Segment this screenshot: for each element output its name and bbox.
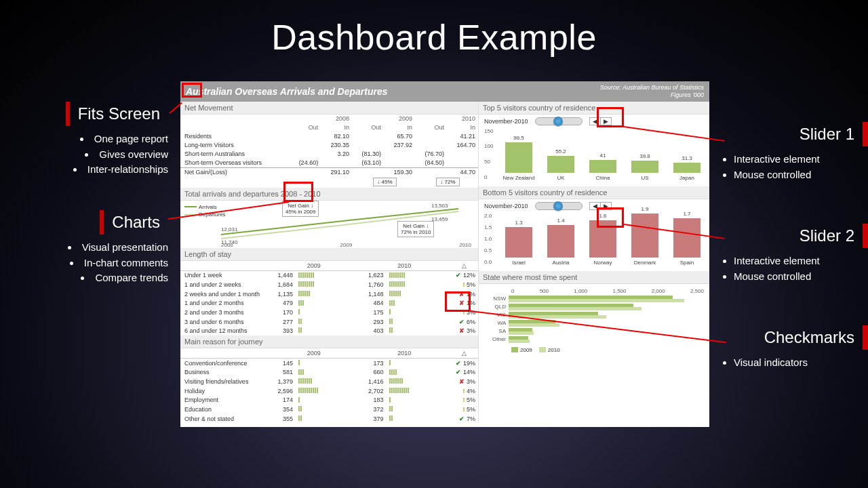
bullet-item: Interactive element — [734, 152, 868, 167]
table-row: 1 and under 2 weeks1,6841,760! 5% — [180, 280, 478, 289]
nav-buttons[interactable]: ◀▶ — [589, 202, 612, 210]
top5-chart: November-2010 ◀▶ 15010050098.5New Zealan… — [479, 115, 709, 186]
table-row: Under 1 week1,4481,623✔ 12% — [180, 270, 478, 280]
table-row: Holiday2,5962,702! 4% — [180, 386, 478, 396]
date-slider-2[interactable] — [535, 202, 583, 210]
bullet-item: One page report — [12, 131, 168, 147]
annotation-bullets: Visual presentationIn-chart commentsComp… — [12, 240, 168, 286]
table-row: Employment174183! 5% — [180, 395, 478, 405]
annotation-bullets: One page reportGives overviewInter-relat… — [12, 131, 168, 178]
annotation-charts: Charts Visual presentationIn-chart comme… — [12, 210, 168, 286]
table-row: Business581660✔ 14% — [180, 368, 478, 378]
length-of-stay-table: 20092010△ Under 1 week1,4481,623✔ 12%1 a… — [180, 261, 478, 336]
next-icon: ▶ — [600, 118, 611, 125]
prev-icon: ◀ — [590, 118, 600, 125]
section-heading-stay: Length of stay — [180, 248, 478, 261]
annotation-heading: Checkmarks — [712, 325, 868, 350]
pct-change-button[interactable]: ↓ 45% — [373, 178, 396, 186]
dashboard-header: Australian Overseas Arrivals and Departu… — [180, 81, 709, 102]
table-row: Residents82.1065.7041.21 — [180, 132, 478, 141]
annotation-checkmarks: Checkmarks Visual indicators — [712, 325, 868, 371]
pct-change-button[interactable]: ↓ 72% — [436, 178, 459, 186]
annotation-heading: Fits Screen — [66, 102, 168, 126]
table-row: 2 weeks and under 1 month1,1351,148✘ 1% — [180, 289, 478, 299]
table-row: Visiting friends/relatives1,3791,416✘ 3% — [180, 377, 478, 386]
chart-date: November-2010 — [484, 118, 528, 125]
bullet-item: Compare trends — [12, 270, 168, 286]
section-heading-state: State where most time spent — [479, 271, 709, 284]
bar-column: 1.3Israel — [502, 220, 536, 265]
bullet-item: Inter-relationships — [12, 162, 168, 178]
slider-thumb-icon[interactable] — [553, 201, 563, 211]
bar-column: 98.5New Zealand — [502, 135, 536, 181]
nav-buttons[interactable]: ◀▶ — [589, 117, 612, 125]
hbar-row: WA — [484, 320, 704, 327]
bullet-item: Mouse controlled — [734, 167, 868, 183]
bullet-item: In-chart comments — [12, 256, 168, 271]
state-chart: 05001,0001,5002,0002,500 NSWQLDVICWASAOt… — [479, 284, 709, 359]
slide-title: Dashboard Example — [0, 0, 868, 58]
table-row: 6 and under 12 months393403✘ 3% — [180, 326, 478, 336]
hbar-row: VIC — [484, 312, 704, 319]
slider-thumb-icon[interactable] — [553, 117, 563, 126]
prev-icon: ◀ — [590, 203, 600, 209]
bar-column: 55.2UK — [544, 148, 578, 181]
table-row: Short-term Overseas visitors(24.60)(63.1… — [180, 159, 478, 168]
net-movement-table: 200820092010 OutInOutInOutIn Residents82… — [180, 115, 478, 188]
bar-column: 1.6Norway — [586, 213, 620, 265]
svg-text:13,503: 13,503 — [431, 203, 448, 209]
annotation-heading: Slider 2 — [712, 224, 868, 248]
bar-column: 1.7Spain — [670, 211, 704, 266]
table-row: Long-term Visitors230.35237.92164.70 — [180, 141, 478, 150]
table-row: 1 and under 2 months479484✘ 1% — [180, 298, 478, 308]
section-heading-reason: Main reason for journey — [180, 336, 478, 348]
table-row: Other & not stated355379✔ 7% — [180, 414, 478, 424]
annotation-bullets: Interactive elementMouse controlled — [734, 152, 868, 182]
dashboard-title: Australian Overseas Arrivals and Departu… — [186, 86, 388, 97]
annotation-heading: Charts — [100, 210, 168, 235]
section-heading-bot5: Bottom 5 visitors country of residence — [479, 186, 709, 199]
svg-text:12,031: 12,031 — [221, 226, 238, 232]
table-row: Short-term Australians3.20(81.30)(76.70) — [180, 150, 478, 159]
chart-date: November-2010 — [484, 203, 528, 209]
date-slider-1[interactable] — [535, 117, 583, 125]
section-heading-arrivals: Total arrivals and departures 2008 - 201… — [180, 188, 478, 201]
bullet-item: Visual presentation — [12, 240, 168, 256]
bar-column: 39.8US — [628, 153, 662, 181]
next-icon: ▶ — [600, 203, 611, 209]
bullet-item: Gives overview — [12, 147, 168, 163]
hbar-row: SA — [484, 328, 704, 335]
bar-column: 1.9Denmark — [628, 206, 662, 266]
hbar-row: Other — [484, 336, 704, 343]
reason-table: 20092010△ Convention/conference145173✔ 1… — [180, 348, 478, 423]
table-row: 3 and under 6 months277293✔ 6% — [180, 317, 478, 327]
annotation-slider-1: Slider 1 Interactive elementMouse contro… — [712, 122, 868, 182]
section-heading-top5: Top 5 visitors country of residence — [479, 102, 709, 115]
bar-column: 41China — [586, 152, 620, 181]
annotation-heading: Slider 1 — [712, 122, 868, 146]
bar-column: 31.3Japan — [670, 155, 704, 180]
bot5-chart: November-2010 ◀▶ 2.01.51.00.50.01.3Israe… — [479, 199, 709, 271]
dashboard-source: Source: Australian Bureau of StatisticsF… — [600, 84, 704, 99]
hbar-row: QLD — [484, 304, 704, 310]
bar-column: 1.4Austria — [544, 218, 578, 266]
annotation-slider-2: Slider 2 Interactive elementMouse contro… — [712, 224, 868, 284]
table-row: 2 and under 3 months170175! 3% — [180, 308, 478, 317]
arrivals-chart: Arrivals Departures 12,031 11,740 13,503… — [180, 201, 478, 248]
table-row: Education354372! 5% — [180, 405, 478, 414]
annotation-bullets: Interactive elementMouse controlled — [734, 253, 868, 284]
annotation-fits-screen: Fits Screen One page reportGives overvie… — [12, 102, 168, 178]
bullet-item: Mouse controlled — [734, 269, 868, 285]
bullet-item: Interactive element — [734, 253, 868, 269]
annotation-bullets: Visual indicators — [734, 355, 868, 371]
dashboard: Australian Overseas Arrivals and Departu… — [180, 81, 709, 427]
hbar-row: NSW — [484, 296, 704, 302]
bullet-item: Visual indicators — [734, 355, 868, 371]
section-heading-net-movement: Net Movement — [180, 102, 478, 115]
table-row: Convention/conference145173✔ 19% — [180, 358, 478, 367]
